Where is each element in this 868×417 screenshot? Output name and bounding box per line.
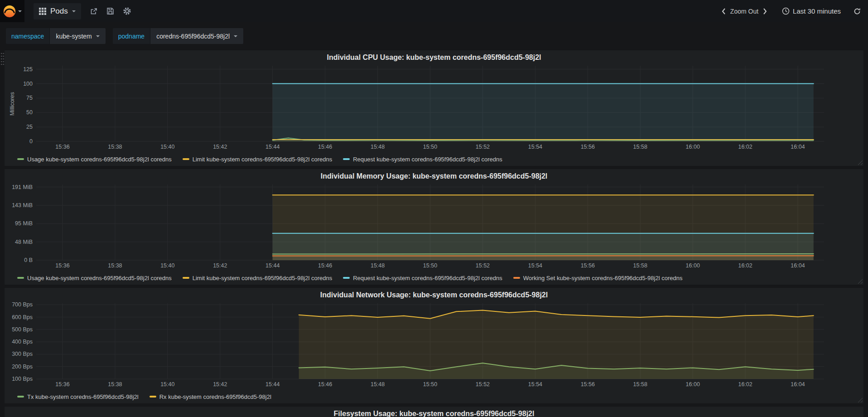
svg-text:15:36: 15:36 xyxy=(55,262,69,269)
legend-series-swatch xyxy=(149,396,156,398)
svg-text:15:40: 15:40 xyxy=(160,262,174,269)
svg-text:15:52: 15:52 xyxy=(476,144,490,150)
panel-memory-usage: Individual Memory Usage: kube-system cor… xyxy=(4,169,864,285)
panel-title[interactable]: Individual Network Usage: kube-system co… xyxy=(5,288,863,301)
svg-text:15:50: 15:50 xyxy=(423,381,437,388)
time-shift-left-button[interactable] xyxy=(719,6,728,17)
svg-text:15:36: 15:36 xyxy=(55,144,69,150)
time-range-picker[interactable]: Last 30 minutes xyxy=(782,7,841,15)
variable-podname-dropdown[interactable]: coredns-695f96dcd5-98j2l xyxy=(150,28,243,44)
svg-text:15:38: 15:38 xyxy=(108,262,122,269)
legend-series-swatch xyxy=(183,158,189,160)
chevron-right-icon xyxy=(763,8,767,15)
legend-series-swatch xyxy=(17,396,24,398)
svg-text:15:40: 15:40 xyxy=(160,144,174,150)
panel-network-usage: Individual Network Usage: kube-system co… xyxy=(4,287,864,404)
panel-title[interactable]: Individual CPU Usage: kube-system coredn… xyxy=(5,50,863,63)
panel-drag-handle[interactable] xyxy=(0,53,5,66)
svg-text:25: 25 xyxy=(26,124,33,130)
chart-svg[interactable]: 15:3615:3815:4015:4215:4415:4615:4815:50… xyxy=(8,301,860,391)
top-navbar: Pods Zoom Out Last 30 minutes xyxy=(0,0,868,22)
chevron-down-icon xyxy=(18,10,22,12)
legend-item[interactable]: Request kube-system coredns-695f96dcd5-9… xyxy=(343,275,502,281)
svg-text:15:52: 15:52 xyxy=(476,381,490,388)
svg-text:15:58: 15:58 xyxy=(633,262,647,269)
network-usage-chart[interactable]: 15:3615:3815:4015:4215:4415:4615:4815:50… xyxy=(5,301,863,391)
svg-text:15:48: 15:48 xyxy=(371,144,385,150)
dashboard-picker[interactable]: Pods xyxy=(34,3,81,19)
svg-text:15:52: 15:52 xyxy=(476,262,490,269)
legend-item[interactable]: Limit kube-system coredns-695f96dcd5-98j… xyxy=(183,156,333,163)
chevron-left-icon xyxy=(721,8,726,15)
legend-series-swatch xyxy=(343,158,350,160)
variable-namespace-dropdown[interactable]: kube-system xyxy=(49,28,105,44)
legend-item[interactable]: Limit kube-system coredns-695f96dcd5-98j… xyxy=(183,275,333,281)
svg-text:700 Bps: 700 Bps xyxy=(12,301,33,308)
network-chart-legend: Tx kube-system coredns-695f96dcd5-98j2lR… xyxy=(5,391,863,402)
memory-usage-chart[interactable]: 15:3615:3815:4015:4215:4415:4615:4815:50… xyxy=(5,182,863,272)
memory-chart-legend: Usage kube-system coredns-695f96dcd5-98j… xyxy=(5,272,863,283)
svg-text:16:04: 16:04 xyxy=(791,262,805,269)
panel-title[interactable]: Individual Memory Usage: kube-system cor… xyxy=(5,169,863,182)
svg-text:15:48: 15:48 xyxy=(371,262,385,269)
legend-series-swatch xyxy=(183,277,189,279)
navbar-time-controls: Zoom Out Last 30 minutes xyxy=(719,6,861,17)
settings-button[interactable] xyxy=(123,7,131,15)
legend-series-swatch xyxy=(17,158,24,160)
svg-text:125: 125 xyxy=(23,66,33,73)
svg-text:Millicores: Millicores xyxy=(9,92,15,116)
grafana-logo-icon xyxy=(3,5,16,18)
svg-text:15:46: 15:46 xyxy=(318,262,332,269)
dashboard-panels: Individual CPU Usage: kube-system coredn… xyxy=(0,50,868,417)
chart-svg[interactable]: 15:3615:3815:4015:4215:4415:4615:4815:50… xyxy=(8,182,860,272)
svg-text:16:00: 16:00 xyxy=(686,381,700,388)
svg-text:15:44: 15:44 xyxy=(265,144,280,150)
panel-title[interactable]: Filesystem Usage: kube-system coredns-69… xyxy=(5,407,863,417)
dashboard-title: Pods xyxy=(50,7,68,16)
svg-text:50: 50 xyxy=(26,109,33,116)
variable-namespace: namespace kube-system xyxy=(6,28,106,44)
zoom-out-button[interactable]: Zoom Out xyxy=(730,8,758,15)
svg-text:16:00: 16:00 xyxy=(686,262,700,269)
save-button[interactable] xyxy=(106,7,114,15)
svg-text:16:00: 16:00 xyxy=(686,144,700,150)
svg-text:75: 75 xyxy=(26,95,33,101)
svg-text:16:04: 16:04 xyxy=(791,144,805,150)
svg-text:15:38: 15:38 xyxy=(108,381,122,388)
variable-podname: podname coredns-695f96dcd5-98j2l xyxy=(113,28,243,44)
panel-cpu-usage: Individual CPU Usage: kube-system coredn… xyxy=(4,50,864,166)
variable-namespace-value: kube-system xyxy=(56,33,92,40)
legend-series-swatch xyxy=(513,277,520,279)
save-icon xyxy=(106,7,114,15)
cpu-usage-chart[interactable]: 15:3615:3815:4015:4215:4415:4615:4815:50… xyxy=(5,63,863,154)
svg-text:15:36: 15:36 xyxy=(55,381,69,388)
clock-icon xyxy=(782,7,790,15)
dashboards-grid-icon xyxy=(39,8,46,15)
chart-svg[interactable]: 15:3615:3815:4015:4215:4415:4615:4815:50… xyxy=(8,63,860,154)
legend-item[interactable]: Request kube-system coredns-695f96dcd5-9… xyxy=(343,156,502,163)
svg-text:16:04: 16:04 xyxy=(791,381,805,388)
variable-podname-label: podname xyxy=(113,28,150,44)
legend-item[interactable]: Working Set kube-system coredns-695f96dc… xyxy=(513,275,683,281)
svg-text:15:56: 15:56 xyxy=(581,144,595,150)
svg-text:300 Bps: 300 Bps xyxy=(12,351,33,357)
svg-text:15:42: 15:42 xyxy=(213,381,227,388)
svg-text:15:50: 15:50 xyxy=(423,262,437,269)
svg-text:15:46: 15:46 xyxy=(318,381,332,388)
legend-item[interactable]: Usage kube-system coredns-695f96dcd5-98j… xyxy=(17,275,172,281)
share-icon xyxy=(90,7,98,15)
svg-text:0 B: 0 B xyxy=(24,257,33,263)
refresh-button[interactable] xyxy=(854,8,861,15)
svg-text:15:44: 15:44 xyxy=(265,262,280,269)
legend-item[interactable]: Rx kube-system coredns-695f96dcd5-98j2l xyxy=(149,393,271,400)
share-button[interactable] xyxy=(90,7,98,15)
svg-text:100: 100 xyxy=(23,81,33,87)
svg-text:48 MiB: 48 MiB xyxy=(15,239,33,245)
legend-item[interactable]: Usage kube-system coredns-695f96dcd5-98j… xyxy=(17,156,172,163)
grafana-menu-button[interactable] xyxy=(0,0,24,22)
svg-text:191 MiB: 191 MiB xyxy=(12,184,33,190)
time-shift-right-button[interactable] xyxy=(761,6,769,17)
svg-text:16:02: 16:02 xyxy=(738,262,752,269)
svg-text:15:46: 15:46 xyxy=(318,144,332,150)
legend-item[interactable]: Tx kube-system coredns-695f96dcd5-98j2l xyxy=(17,393,139,400)
